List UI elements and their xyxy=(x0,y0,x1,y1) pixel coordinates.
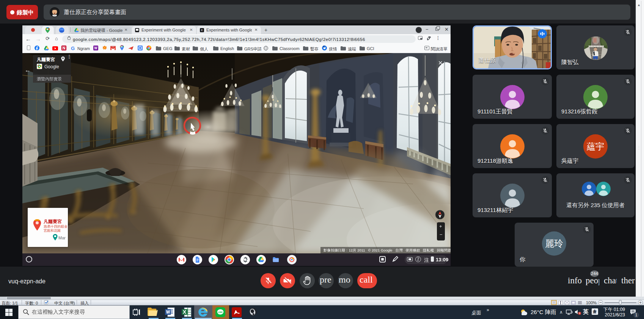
svg-text:LINE: LINE xyxy=(218,311,223,313)
svg-text:影像拍攝日期：12月 2011 © 2021 Googl: 影像拍攝日期：12月 2011 © 2021 Google 台灣 使用條款 隱私… xyxy=(323,248,451,252)
